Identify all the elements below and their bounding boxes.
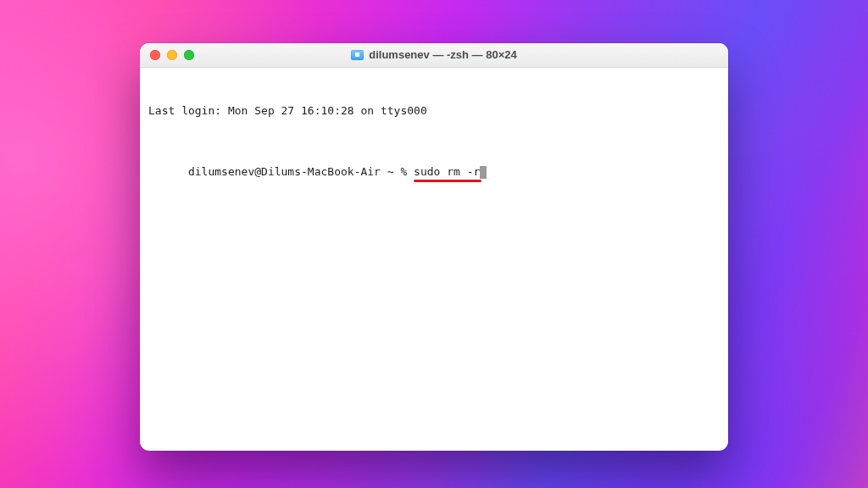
annotation-underline [414, 180, 481, 182]
window-controls [140, 50, 194, 60]
maximize-icon[interactable] [184, 50, 194, 60]
terminal-window: dilumsenev — -zsh — 80×24 Last login: Mo… [140, 43, 728, 451]
shell-prompt: dilumsenev@Dilums-MacBook-Air ~ % [188, 165, 414, 178]
typed-command: sudo rm -r [414, 165, 480, 178]
text-cursor [480, 166, 487, 179]
close-icon[interactable] [150, 50, 160, 60]
window-title: dilumsenev — -zsh — 80×24 [369, 48, 516, 61]
titlebar[interactable]: dilumsenev — -zsh — 80×24 [140, 43, 728, 68]
last-login-line: Last login: Mon Sep 27 16:10:28 on ttys0… [148, 103, 720, 119]
minimize-icon[interactable] [167, 50, 177, 60]
folder-icon [351, 50, 364, 60]
terminal-body[interactable]: Last login: Mon Sep 27 16:10:28 on ttys0… [140, 68, 728, 234]
